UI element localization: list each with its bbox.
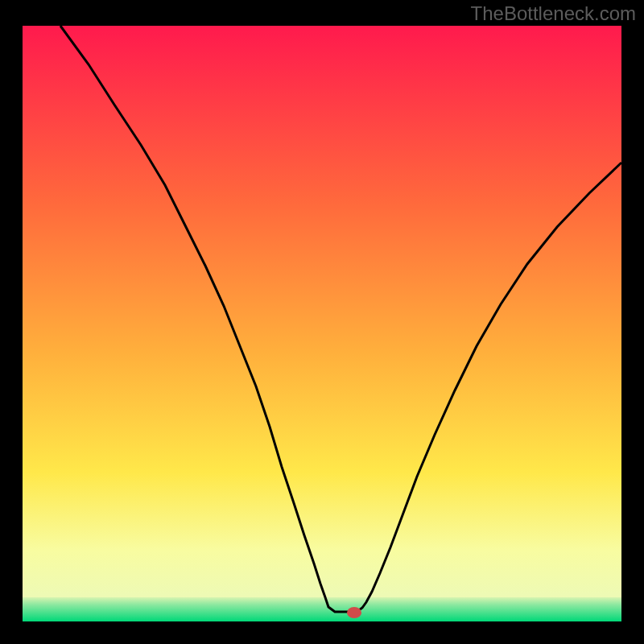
plot-background bbox=[23, 26, 621, 621]
brand-watermark: TheBottleneck.com bbox=[471, 2, 636, 25]
minimum-marker bbox=[347, 607, 361, 618]
chart-svg bbox=[0, 0, 644, 644]
chart-container: TheBottleneck.com bbox=[0, 0, 644, 644]
green-band bbox=[23, 597, 621, 621]
